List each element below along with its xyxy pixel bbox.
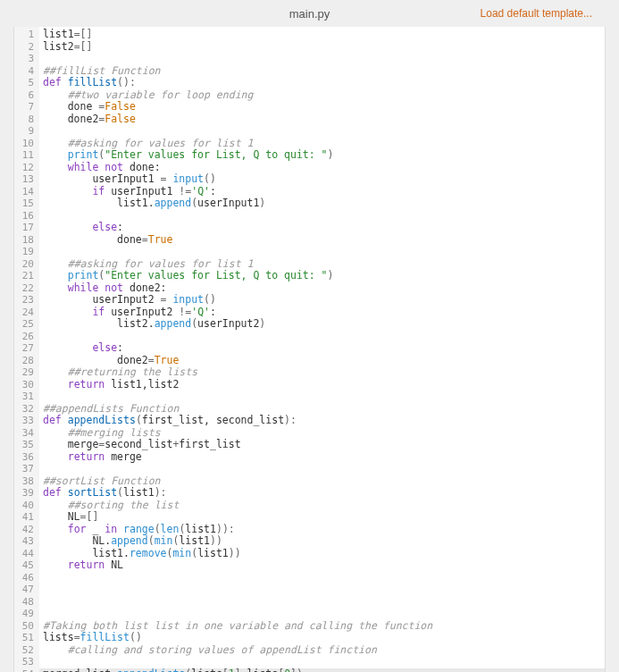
code-line[interactable] [39, 608, 605, 620]
code-line[interactable]: lists=fillList() [39, 632, 605, 644]
code-line[interactable]: merge=second_list+first_list [39, 439, 605, 451]
code-line[interactable]: for _ in range(len(list1)): [39, 524, 605, 536]
code-line[interactable]: return merge [39, 451, 605, 464]
code-line[interactable]: ##sorting the list [39, 500, 605, 512]
line-number: 37 [16, 463, 34, 475]
code-line[interactable]: else: [39, 342, 605, 355]
code-line[interactable] [39, 463, 605, 475]
line-number: 45 [16, 559, 34, 572]
code-line[interactable]: while not done: [39, 162, 605, 174]
file-title: main.py [289, 7, 330, 21]
line-number: 5 [16, 77, 34, 89]
code-line[interactable]: print("Enter values for List, Q to quit:… [39, 270, 605, 282]
code-line[interactable]: return list1,list2 [39, 379, 605, 391]
line-number: 16 [16, 210, 34, 223]
line-number: 50 [16, 620, 34, 633]
line-number: 6 [16, 89, 34, 102]
code-line[interactable]: #Taking both list list in one variable a… [39, 620, 605, 633]
line-number: 43 [16, 535, 34, 548]
code-line[interactable] [39, 210, 605, 223]
line-number: 33 [16, 415, 34, 427]
line-number: 34 [16, 427, 34, 440]
code-line[interactable] [39, 391, 605, 403]
line-number: 8 [16, 113, 34, 126]
code-line[interactable]: ##two variable for loop ending [39, 89, 605, 102]
code-line[interactable]: NL=[] [39, 511, 605, 524]
line-number: 11 [16, 149, 34, 162]
line-number: 51 [16, 632, 34, 644]
code-line[interactable]: done=True [39, 234, 605, 247]
code-line[interactable]: list1=[] [39, 29, 605, 41]
line-number: 52 [16, 644, 34, 657]
line-number: 47 [16, 584, 34, 596]
code-line[interactable]: def sortList(list1): [39, 487, 605, 500]
code-line[interactable]: list2.append(userInput2) [39, 318, 605, 331]
line-number: 49 [16, 608, 34, 620]
line-number: 54 [16, 668, 34, 673]
code-line[interactable]: return NL [39, 559, 605, 572]
code-line[interactable]: ##sortList Function [39, 475, 605, 488]
code-line[interactable]: #calling and storing values of appendLis… [39, 644, 605, 657]
code-line[interactable]: merged_list=appendLists(lists[1],lists[0… [39, 668, 605, 673]
code-line[interactable] [39, 596, 605, 609]
header: main.py Load default template... [0, 0, 619, 27]
line-number: 23 [16, 294, 34, 307]
editor[interactable]: 1234567891011121314151617181920212223242… [13, 27, 606, 672]
code-line[interactable]: userInput2 = input() [39, 294, 605, 307]
code-line[interactable]: print("Enter values for List, Q to quit:… [39, 149, 605, 162]
line-number: 12 [16, 162, 34, 174]
code-line[interactable]: ##appendLists Function [39, 403, 605, 416]
code-line[interactable]: ##returning the lists [39, 366, 605, 379]
line-number: 29 [16, 366, 34, 379]
code-line[interactable]: else: [39, 222, 605, 234]
line-number: 3 [16, 53, 34, 65]
code-line[interactable]: ##merging lists [39, 427, 605, 440]
code-line[interactable]: userInput1 = input() [39, 173, 605, 186]
code-area[interactable]: list1=[]list2=[] ##fillList Functiondef … [39, 27, 605, 672]
code-line[interactable] [39, 584, 605, 596]
code-line[interactable]: ##fillList Function [39, 65, 605, 78]
code-line[interactable]: while not done2: [39, 282, 605, 295]
code-line[interactable]: list1.append(userInput1) [39, 197, 605, 210]
line-number: 35 [16, 439, 34, 451]
code-line[interactable] [39, 53, 605, 65]
code-line[interactable]: list2=[] [39, 41, 605, 54]
line-number: 13 [16, 173, 34, 186]
line-number: 15 [16, 197, 34, 210]
code-line[interactable]: def fillList(): [39, 77, 605, 89]
line-number: 24 [16, 307, 34, 319]
line-number: 7 [16, 101, 34, 113]
line-number: 48 [16, 596, 34, 609]
line-number: 18 [16, 234, 34, 247]
load-template-link[interactable]: Load default template... [481, 7, 592, 20]
code-line[interactable] [39, 125, 605, 138]
code-line[interactable]: done =False [39, 101, 605, 113]
code-line[interactable] [39, 656, 605, 668]
code-line[interactable]: list1.remove(min(list1)) [39, 548, 605, 560]
line-number: 14 [16, 186, 34, 198]
line-number: 44 [16, 548, 34, 560]
line-number: 30 [16, 379, 34, 391]
line-number: 41 [16, 511, 34, 524]
code-line[interactable] [39, 572, 605, 584]
line-number: 21 [16, 270, 34, 282]
line-number: 42 [16, 524, 34, 536]
code-line[interactable] [39, 246, 605, 258]
code-line[interactable]: def appendLists(first_list, second_list)… [39, 415, 605, 427]
line-number: 19 [16, 246, 34, 258]
code-line[interactable]: ##asking for values for list 1 [39, 138, 605, 150]
line-number: 46 [16, 572, 34, 584]
line-number: 20 [16, 258, 34, 271]
code-line[interactable] [39, 331, 605, 343]
code-line[interactable]: if userInput1 !='Q': [39, 186, 605, 198]
code-line[interactable]: done2=True [39, 355, 605, 367]
line-number: 17 [16, 222, 34, 234]
code-line[interactable]: ##asking for values for list 1 [39, 258, 605, 271]
line-number: 32 [16, 403, 34, 416]
line-number: 31 [16, 391, 34, 403]
code-line[interactable]: NL.append(min(list1)) [39, 535, 605, 548]
line-gutter: 1234567891011121314151617181920212223242… [14, 27, 39, 672]
line-number: 22 [16, 282, 34, 295]
code-line[interactable]: done2=False [39, 113, 605, 126]
code-line[interactable]: if userInput2 !='Q': [39, 307, 605, 319]
